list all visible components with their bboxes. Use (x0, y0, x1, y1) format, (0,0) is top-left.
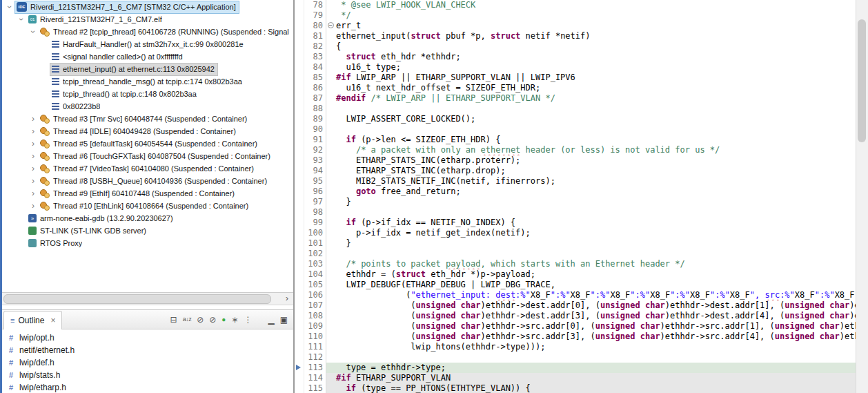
code-line[interactable]: 111 lwip_htons(ethhdr->type))); (295, 342, 868, 352)
code-line[interactable]: 115 if (type == PP_HTONS(ETHTYPE_VLAN)) … (295, 383, 868, 393)
code-line[interactable]: 83 struct eth_hdr *ethhdr; (295, 52, 868, 62)
debug-horizontal-scrollbar[interactable]: › (2, 292, 293, 305)
view-menu-icon[interactable]: ⋮ (244, 316, 252, 324)
code-line[interactable]: 93 ETHARP_STATS_INC(etharp.proterr); (295, 155, 868, 166)
code-line[interactable]: 97 } (295, 197, 868, 207)
code-line[interactable]: 105 LWIP_DEBUGF(ETHARP_DEBUG | LWIP_DBG_… (295, 280, 868, 290)
tree-item-content[interactable]: Thread #8 [USBH_Queue] 604104936 (Suspen… (38, 175, 270, 188)
tree-item-content[interactable]: arm-none-eabi-gdb (13.2.90.20230627) (26, 212, 177, 225)
tree-item-content[interactable]: tcpip_thread() at tcpip.c:148 0x802b3aa (50, 88, 200, 101)
debug-tree-item[interactable]: HardFault_Handler() at stm32h7xx_it.c:99… (2, 38, 293, 50)
tree-item-content[interactable]: Thread #4 [IDLE] 604049428 (Suspended : … (38, 125, 239, 138)
debug-tree-item[interactable]: ST-LINK (ST-LINK GDB server) (2, 224, 293, 237)
outline-item[interactable]: #lwip/stats.h (2, 369, 293, 381)
collapse-arrow-icon[interactable]: › (29, 27, 37, 37)
tree-item-content[interactable]: Thread #6 [TouchGFXTask] 604087504 (Susp… (38, 150, 274, 163)
debug-tree-item[interactable]: ›Thread #2 [tcpip_thread] 604106728 (RUN… (2, 26, 293, 38)
code-line[interactable]: 95 MIB2_STATS_NETIF_INC(netif, ifinerror… (295, 176, 868, 186)
tree-item-content[interactable]: ST-LINK (ST-LINK GDB server) (26, 224, 150, 238)
code-line[interactable]: 99 if (p->if_idx == NETIF_NO_INDEX) { (295, 218, 868, 228)
debug-tree-item[interactable]: tcpip_thread_handle_msg() at tcpip.c:174… (2, 75, 293, 88)
expand-arrow-icon[interactable]: › (28, 164, 38, 173)
code-line[interactable]: 92 /* a packet with only an ethernet hea… (295, 145, 868, 155)
tree-item-content[interactable]: Thread #3 [Tmr Svc] 604048744 (Suspended… (38, 113, 250, 126)
minimize-icon[interactable]: ▁ (268, 316, 274, 324)
expand-arrow-icon[interactable]: › (28, 115, 38, 123)
debug-tree-item[interactable]: ›Thread #10 [EthLink] 604108664 (Suspend… (2, 200, 293, 212)
code-line[interactable]: 91 if (p->len <= SIZEOF_ETH_HDR) { (295, 135, 868, 145)
code-line[interactable]: 88 (295, 104, 868, 114)
hide-static-icon[interactable]: ⊘ (209, 316, 216, 324)
debug-tree-item[interactable]: arm-none-eabi-gdb (13.2.90.20230627) (2, 212, 293, 224)
code-line[interactable]: 98 (295, 207, 868, 218)
debug-tree-item[interactable]: ›Thread #5 [defaultTask] 604054544 (Susp… (2, 137, 293, 150)
expand-arrow-icon[interactable]: › (28, 177, 38, 185)
outline-item[interactable]: #netif/ethernet.h (2, 344, 293, 356)
code-line[interactable]: 112 (295, 352, 868, 363)
code-line[interactable]: 100 p->if_idx = netif_get_index(netif); (295, 228, 868, 238)
code-line[interactable]: 106 ("ethernet_input: dest:%"X8_F":%"X8_… (295, 290, 868, 300)
code-line[interactable]: 86 u16_t next_hdr_offset = SIZEOF_ETH_HD… (295, 83, 868, 93)
code-line[interactable]: 109 (unsigned char)ethhdr->src.addr[0], … (295, 321, 868, 332)
code-line[interactable]: 79 */ (295, 10, 868, 21)
code-line[interactable]: 84 u16_t type; (295, 62, 868, 73)
code-line[interactable]: 113 type = ethhdr->type; (295, 363, 868, 373)
debug-tree-item[interactable]: 0x80223b8 (2, 100, 293, 113)
vertical-scroll-thumb[interactable] (858, 19, 866, 142)
code-line[interactable]: 85#if LWIP_ARP || ETHARP_SUPPORT_VLAN ||… (295, 73, 868, 83)
expand-arrow-icon[interactable]: › (28, 202, 38, 210)
horizontal-scroll-thumb[interactable] (3, 294, 271, 304)
tree-item-content[interactable]: Thread #5 [defaultTask] 604054544 (Suspe… (38, 137, 261, 151)
code-line[interactable]: 96 goto free_and_return; (295, 186, 868, 197)
tree-item-content[interactable]: tcpip_thread_handle_msg() at tcpip.c:174… (50, 75, 246, 88)
scroll-right-arrow-icon[interactable]: › (283, 293, 291, 305)
debug-tree-item[interactable]: ›Thread #8 [USBH_Queue] 604104936 (Suspe… (2, 175, 293, 187)
tree-item-content[interactable]: 0x80223b8 (50, 100, 103, 113)
debug-tree-item[interactable]: ›Riverdi_121STM32H7_1_6_CM7.elf (2, 13, 293, 26)
debug-tree-item[interactable]: ›Thread #9 [EthIf] 604107448 (Suspended … (2, 187, 293, 200)
collapse-all-icon[interactable]: ⊟ (170, 316, 177, 324)
debug-tree-item[interactable]: ›Thread #4 [IDLE] 604049428 (Suspended :… (2, 125, 293, 137)
expand-arrow-icon[interactable]: › (28, 152, 38, 160)
tree-item-content[interactable]: Thread #9 [EthIf] 604107448 (Suspended :… (38, 187, 238, 200)
tree-item-content[interactable]: Thread #2 [tcpip_thread] 604106728 (RUNN… (38, 26, 293, 39)
collapse-arrow-icon[interactable]: › (17, 15, 26, 24)
debug-tree-item[interactable]: <signal handler called>() at 0xfffffffd (2, 50, 293, 63)
debug-tree-item[interactable]: ›Thread #7 [VideoTask] 604104080 (Suspen… (2, 162, 293, 175)
sort-icon[interactable]: a↓z (183, 316, 192, 323)
code-line[interactable]: 101 } (295, 238, 868, 249)
tree-item-content[interactable]: ethernet_input() at ethernet.c:113 0x802… (50, 63, 218, 76)
editor-vertical-scrollbar[interactable] (856, 0, 868, 393)
tree-item-content[interactable]: Riverdi_121STM32H7_1_6_CM7.elf (26, 13, 166, 26)
code-line[interactable]: 81ethernet_input(struct pbuf *p, struct … (295, 31, 868, 41)
collapse-arrow-icon[interactable]: › (6, 2, 14, 12)
debug-tree-item[interactable]: ›IDERiverdi_121STM32H7_1_6_CM7 [STM32 C/… (2, 1, 293, 13)
hide-non-public-icon[interactable]: ● (221, 316, 226, 323)
code-line[interactable]: 94 ETHARP_STATS_INC(etharp.drop); (295, 166, 868, 176)
debug-tree-item[interactable]: ›Thread #6 [TouchGFXTask] 604087504 (Sus… (2, 150, 293, 162)
tree-item-content[interactable]: IDERiverdi_121STM32H7_1_6_CM7 [STM32 C/C… (14, 1, 239, 14)
expand-arrow-icon[interactable]: › (28, 127, 38, 135)
debug-tree-item[interactable]: RTOS Proxy (2, 237, 293, 249)
code-line[interactable]: 103 /* points to packet payload, which s… (295, 259, 868, 269)
expand-arrow-icon[interactable]: › (28, 140, 38, 148)
code-line[interactable]: 107 (unsigned char)ethhdr->dest.addr[0],… (295, 300, 868, 311)
code-line[interactable]: 78 * @see LWIP_HOOK_VLAN_CHECK (295, 0, 868, 10)
code-line[interactable]: 87#endif /* LWIP_ARP || ETHARP_SUPPORT_V… (295, 93, 868, 104)
hide-fields-icon[interactable]: ⊘ (197, 316, 204, 324)
outline-item[interactable]: #lwip/opt.h (2, 332, 293, 344)
tree-item-content[interactable]: Thread #7 [VideoTask] 604104080 (Suspend… (38, 162, 257, 175)
code-line[interactable]: 114#if ETHARP_SUPPORT_VLAN (295, 373, 868, 383)
code-line[interactable]: 82{ (295, 41, 868, 52)
code-line[interactable]: 108 (unsigned char)ethhdr->dest.addr[3],… (295, 311, 868, 321)
tab-outline[interactable]: ≡ Outline × (3, 311, 62, 329)
code-line[interactable]: 90 (295, 124, 868, 135)
filter-link-icon[interactable]: ∗ (231, 316, 238, 324)
fold-collapse-icon[interactable]: − (328, 22, 334, 28)
code-line[interactable]: 89 LWIP_ASSERT_CORE_LOCKED(); (295, 114, 868, 124)
outline-item[interactable]: #lwip/etharp.h (2, 381, 293, 393)
code-editor[interactable]: 78 * @see LWIP_HOOK_VLAN_CHECK79 */80−er… (295, 0, 868, 393)
tree-item-content[interactable]: <signal handler called>() at 0xfffffffd (50, 50, 186, 64)
debug-tree-item[interactable]: tcpip_thread() at tcpip.c:148 0x802b3aa (2, 88, 293, 100)
tree-item-content[interactable]: RTOS Proxy (26, 237, 86, 250)
